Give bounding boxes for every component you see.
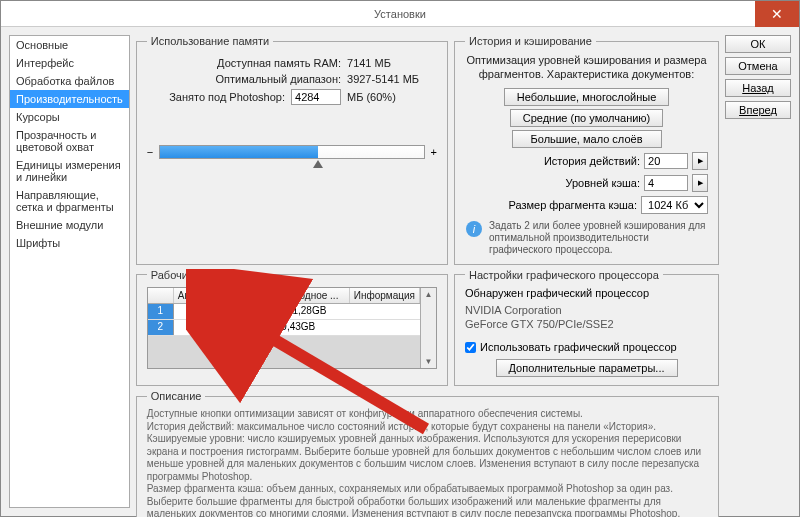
scroll-down-icon[interactable]: ▼: [425, 357, 433, 366]
preset-small-button[interactable]: Небольшие, многослойные: [504, 88, 670, 106]
memory-group: Использование памяти Доступная память RA…: [136, 35, 448, 265]
ok-button[interactable]: ОК: [725, 35, 791, 53]
preset-default-button[interactable]: Средние (по умолчанию): [510, 109, 664, 127]
history-desc-1: Оптимизация уровней кэширования и размер…: [465, 53, 708, 67]
slider-minus[interactable]: −: [147, 146, 153, 158]
window-title: Установки: [374, 8, 426, 20]
preset-big-button[interactable]: Большие, мало слоёв: [512, 130, 662, 148]
available-ram-label: Доступная память RAM:: [217, 57, 341, 69]
cancel-button[interactable]: Отмена: [725, 57, 791, 75]
sidebar-item-type[interactable]: Шрифты: [10, 234, 129, 252]
back-button[interactable]: Назад: [725, 79, 791, 97]
history-desc-2: фрагментов. Характеристика документов:: [465, 67, 708, 81]
use-gpu-checkbox[interactable]: [465, 342, 476, 353]
col-active[interactable]: Актив...: [174, 288, 220, 303]
disks-table: Актив... Диск Свободное ... Информация 1…: [147, 287, 437, 369]
cache-levels-label: Уровней кэша:: [566, 177, 641, 189]
sidebar-item-performance[interactable]: Производительность: [10, 90, 129, 108]
sidebar-item-cursors[interactable]: Курсоры: [10, 108, 129, 126]
sidebar-item-guides[interactable]: Направляющие, сетка и фрагменты: [10, 186, 129, 216]
slider-thumb-icon[interactable]: [313, 160, 323, 168]
gpu-legend: Настройки графического процессора: [465, 269, 663, 281]
dialog-buttons: ОК Отмена Назад Вперед: [725, 35, 791, 508]
titlebar: Установки ✕: [1, 1, 799, 27]
cache-info-text: Задать 2 или более уровней кэширования д…: [489, 220, 708, 256]
used-suffix: МБ (60%): [347, 91, 437, 103]
use-gpu-label: Использовать графический процессор: [480, 341, 677, 353]
sidebar-item-transparency[interactable]: Прозрачность и цветовой охват: [10, 126, 129, 156]
preferences-sidebar: Основные Интерфейс Обработка файлов Прои…: [9, 35, 130, 508]
col-free[interactable]: Свободное ...: [272, 288, 350, 303]
gpu-vendor: NVIDIA Corporation: [465, 303, 708, 317]
history-legend: История и кэширование: [465, 35, 596, 47]
gpu-model: GeForce GTX 750/PCIe/SSE2: [465, 317, 708, 331]
history-group: История и кэширование Оптимизация уровне…: [454, 35, 719, 265]
description-legend: Описание: [147, 390, 206, 402]
sidebar-item-units[interactable]: Единицы измерения и линейки: [10, 156, 129, 186]
history-states-input[interactable]: [644, 153, 688, 169]
disks-scrollbar[interactable]: ▲ ▼: [420, 288, 436, 368]
description-group: Описание Доступные кнопки оптимизации за…: [136, 390, 719, 517]
description-text: Доступные кнопки оптимизации зависят от …: [147, 408, 708, 517]
scroll-up-icon[interactable]: ▲: [425, 290, 433, 299]
slider-plus[interactable]: +: [431, 146, 437, 158]
table-header: Актив... Диск Свободное ... Информация: [148, 288, 420, 304]
cache-levels-input[interactable]: [644, 175, 688, 191]
memory-slider[interactable]: [159, 145, 424, 159]
col-disk[interactable]: Диск: [220, 288, 272, 303]
ideal-range-label: Оптимальный диапазон:: [216, 73, 342, 85]
table-row[interactable]: 2 C:\ 19,43GB: [148, 320, 420, 336]
sidebar-item-plugins[interactable]: Внешние модули: [10, 216, 129, 234]
used-label: Занято под Photoshop:: [169, 91, 285, 103]
memory-legend: Использование памяти: [147, 35, 273, 47]
gpu-advanced-button[interactable]: Дополнительные параметры...: [496, 359, 678, 377]
disk-active-checkbox[interactable]: [191, 305, 202, 316]
gpu-group: Настройки графического процессора Обнару…: [454, 269, 719, 387]
tile-size-select[interactable]: 1024 Кб: [641, 196, 708, 214]
sidebar-item-general[interactable]: Основные: [10, 36, 129, 54]
available-ram-value: 7141 МБ: [347, 57, 437, 69]
slider-fill: [160, 146, 318, 158]
history-states-label: История действий:: [544, 155, 640, 167]
history-step-button[interactable]: ▶: [692, 152, 708, 170]
close-button[interactable]: ✕: [755, 1, 799, 27]
scratch-disks-group: Рабочие диски Актив... Диск Свободное ..…: [136, 269, 448, 387]
gpu-detected-label: Обнаружен графический процессор: [465, 287, 708, 299]
table-row[interactable]: 1 D:\ 1131,28GB: [148, 304, 420, 320]
sidebar-item-interface[interactable]: Интерфейс: [10, 54, 129, 72]
cache-step-button[interactable]: ▶: [692, 174, 708, 192]
ideal-range-value: 3927-5141 МБ: [347, 73, 437, 85]
disk-active-checkbox[interactable]: [191, 321, 202, 332]
svg-marker-0: [313, 160, 323, 168]
sidebar-item-file-handling[interactable]: Обработка файлов: [10, 72, 129, 90]
col-info[interactable]: Информация: [350, 288, 420, 303]
disks-legend: Рабочие диски: [147, 269, 230, 281]
forward-button[interactable]: Вперед: [725, 101, 791, 119]
memory-input[interactable]: [291, 89, 341, 105]
tile-size-label: Размер фрагмента кэша:: [508, 199, 637, 211]
col-num: [148, 288, 174, 303]
info-icon: i: [465, 220, 483, 238]
